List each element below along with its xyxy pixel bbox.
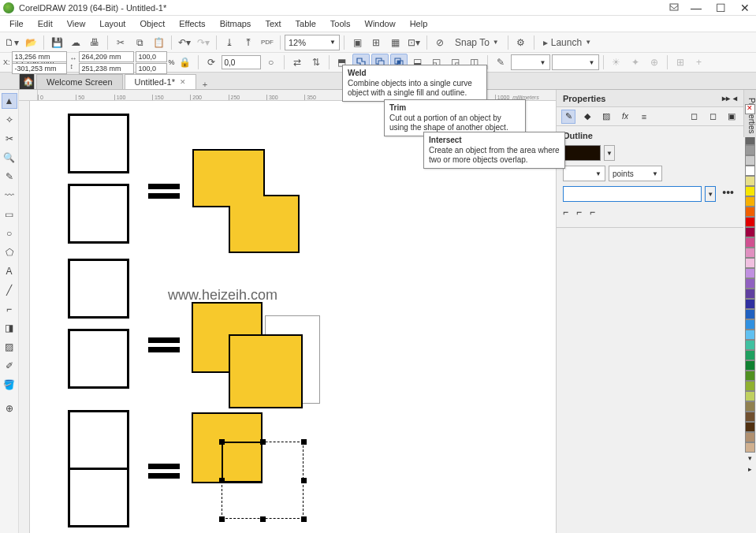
scale-y-input[interactable]: 100,0: [136, 63, 167, 74]
width-input[interactable]: 264,209 mm: [79, 51, 134, 62]
copy-button[interactable]: ⧉: [131, 34, 148, 51]
color-swatch[interactable]: [745, 330, 755, 340]
palette-scroll-down[interactable]: ▾: [748, 453, 752, 464]
import-button[interactable]: ⤓: [221, 34, 238, 51]
menu-effects[interactable]: Effects: [173, 17, 211, 30]
lock-ratio-button[interactable]: 🔒: [177, 54, 194, 71]
corner-bevel-icon[interactable]: ⌐: [590, 207, 595, 218]
cut-button[interactable]: ✂: [112, 34, 129, 51]
menu-edit[interactable]: Edit: [32, 17, 59, 30]
color-swatch[interactable]: [745, 360, 755, 371]
close-tab-icon[interactable]: ✕: [180, 78, 186, 86]
color-swatch[interactable]: [745, 196, 755, 207]
menu-view[interactable]: View: [61, 17, 92, 30]
zoom-tool[interactable]: 🔍: [2, 150, 17, 166]
scale-x-input[interactable]: 100,0: [136, 51, 167, 62]
menu-layout[interactable]: Layout: [93, 17, 132, 30]
square-a3[interactable]: [68, 410, 129, 470]
summary-tab[interactable]: ≡: [637, 110, 651, 124]
square-a2[interactable]: [68, 259, 129, 319]
pos-y-input[interactable]: -301,253 mm: [12, 63, 67, 74]
menu-text[interactable]: Text: [259, 17, 287, 30]
snap-to-button[interactable]: Snap To▼: [450, 34, 504, 51]
vertical-ruler[interactable]: [19, 101, 30, 533]
color-swatch[interactable]: [745, 227, 755, 237]
outline-width-select[interactable]: ▼: [511, 54, 550, 70]
menu-window[interactable]: Window: [359, 17, 402, 30]
options-button[interactable]: ⚙: [512, 34, 530, 51]
square-b3[interactable]: [68, 468, 129, 527]
shape-tool[interactable]: ✧: [2, 112, 17, 128]
trim-front[interactable]: [229, 334, 303, 408]
pos-x-input[interactable]: 13,256 mm: [12, 51, 67, 62]
color-swatch[interactable]: [745, 166, 755, 176]
rotation-input[interactable]: 0,0: [222, 55, 261, 69]
handle-nw[interactable]: [219, 439, 225, 445]
launch-button[interactable]: ▸ Launch ▼: [538, 34, 596, 51]
text-tool[interactable]: A: [2, 263, 17, 279]
fx-tab[interactable]: fx: [618, 110, 632, 124]
corner-miter-icon[interactable]: ⌐: [563, 207, 568, 218]
rotate-reset-button[interactable]: ○: [263, 54, 280, 71]
show-grid-button[interactable]: ▦: [386, 34, 404, 51]
menu-bitmaps[interactable]: Bitmaps: [214, 17, 258, 30]
snap-off-button[interactable]: ⊘: [431, 34, 449, 51]
mirror-h-button[interactable]: ⇄: [289, 54, 306, 71]
corner-round-icon[interactable]: ⌐: [576, 207, 582, 218]
color-swatch[interactable]: [745, 289, 755, 299]
color-swatch[interactable]: [745, 248, 755, 258]
color-swatch[interactable]: [745, 258, 755, 268]
square-a1[interactable]: [68, 114, 129, 173]
color-swatch[interactable]: [745, 217, 755, 227]
transparency-tool[interactable]: ▨: [2, 339, 17, 355]
height-input[interactable]: 251,238 mm: [79, 63, 134, 74]
outline-tab[interactable]: ✎: [561, 110, 575, 124]
maximize-button[interactable]: ☐: [713, 2, 729, 14]
color-swatch[interactable]: [745, 186, 755, 196]
panel-opt1[interactable]: ◻: [687, 110, 701, 124]
menu-tools[interactable]: Tools: [324, 17, 357, 30]
panel-close-icon[interactable]: ◂: [733, 94, 737, 102]
fill-tab[interactable]: ◆: [580, 110, 594, 124]
menu-table[interactable]: Table: [289, 17, 322, 30]
handle-sw[interactable]: [219, 516, 225, 522]
outline-style-select[interactable]: ▼: [552, 54, 599, 70]
close-button[interactable]: ✕: [737, 2, 753, 14]
color-swatch[interactable]: [745, 371, 755, 381]
color-swatch[interactable]: [745, 401, 755, 412]
outline-style-dropdown[interactable]: ▼: [705, 186, 716, 202]
document-tab[interactable]: Untitled-1*✕: [125, 74, 196, 89]
handle-ne[interactable]: [301, 439, 307, 445]
show-guidelines-button[interactable]: ⊡▾: [405, 34, 423, 51]
handle-s[interactable]: [260, 516, 266, 522]
home-tab[interactable]: 🏠: [19, 73, 35, 89]
color-swatch[interactable]: [745, 442, 755, 453]
outline-width-field[interactable]: ▼: [563, 166, 605, 181]
notification-icon[interactable]: [668, 2, 680, 13]
weld-result[interactable]: [192, 148, 300, 254]
new-tab-button[interactable]: +: [198, 80, 212, 89]
zoom-level[interactable]: 12%▼: [285, 35, 340, 50]
color-swatch[interactable]: [745, 432, 755, 442]
no-color-swatch[interactable]: [745, 104, 755, 114]
cloud-button[interactable]: ☁: [67, 34, 84, 51]
color-eyedropper-tool[interactable]: ✐: [2, 358, 17, 374]
open-button[interactable]: 📂: [22, 34, 39, 51]
color-swatch[interactable]: [745, 319, 755, 330]
convert-curves-button[interactable]: ✦: [627, 54, 644, 71]
color-swatch[interactable]: [745, 268, 755, 278]
color-swatch[interactable]: [745, 155, 755, 166]
color-swatch[interactable]: [745, 391, 755, 401]
show-rulers-button[interactable]: ⊞: [367, 34, 385, 51]
align-button[interactable]: ⊕: [646, 54, 663, 71]
welcome-tab[interactable]: Welcome Screen: [36, 74, 123, 89]
redo-button[interactable]: ↷▾: [195, 34, 212, 51]
ellipse-tool[interactable]: ○: [2, 226, 17, 241]
panel-opt2[interactable]: ◻: [706, 110, 720, 124]
outline-pen-button[interactable]: ✎: [492, 54, 509, 71]
color-swatch[interactable]: [745, 422, 755, 432]
publish-pdf-button[interactable]: PDF: [259, 34, 276, 51]
handle-se[interactable]: [301, 516, 307, 522]
outline-more-button[interactable]: •••: [719, 186, 737, 202]
paste-button[interactable]: 📋: [150, 34, 167, 51]
